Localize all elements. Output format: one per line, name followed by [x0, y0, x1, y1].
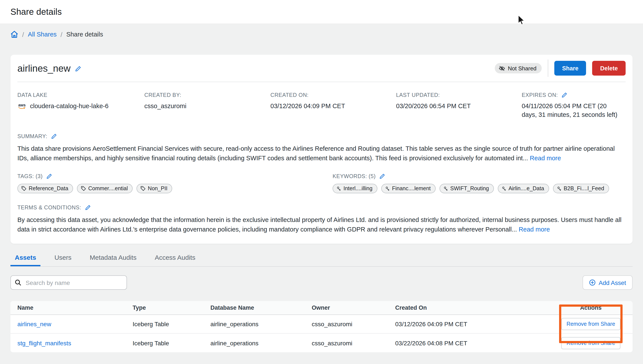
terms-section-label: TERMS & CONDITIONS:	[18, 204, 625, 211]
field-expires-on: EXPIRES ON: 04/11/2026 05:04 PM CET (20 …	[522, 92, 625, 119]
asset-type: Iceberg Table	[133, 320, 210, 328]
aws-logo-icon: aws	[18, 102, 27, 110]
tag-pill: Reference_Data	[18, 184, 73, 193]
column-header-owner: Owner	[312, 304, 395, 311]
table-header-row: Name Type Database Name Owner Created On…	[11, 301, 632, 315]
remove-from-share-button[interactable]: Remove from Share	[561, 337, 620, 349]
asset-created-on: 03/12/2026 04:09 PM CET	[395, 320, 556, 328]
tab-metadata-audits[interactable]: Metadata Audits	[85, 250, 141, 266]
breadcrumb-link-all-shares[interactable]: All Shares	[28, 31, 57, 38]
terms-read-more-link[interactable]: Read more	[519, 226, 550, 232]
search-input[interactable]	[11, 276, 127, 290]
search-icon	[15, 279, 21, 286]
column-header-created-on: Created On	[395, 304, 556, 311]
tag-icon	[81, 186, 86, 191]
key-icon	[443, 186, 448, 191]
card-header: airlines_new Not Shared Share Delete	[18, 55, 625, 82]
field-value: csso_aszuromi	[144, 102, 186, 110]
svg-text:aws: aws	[18, 103, 26, 107]
asset-type: Iceberg Table	[133, 340, 210, 346]
field-label: CREATED ON:	[270, 92, 396, 98]
remove-from-share-button[interactable]: Remove from Share	[561, 318, 620, 330]
column-header-database-name: Database Name	[210, 304, 312, 311]
divider	[548, 60, 548, 77]
tab-users[interactable]: Users	[50, 250, 76, 266]
tab-bar: Assets Users Metadata Audits Access Audi…	[11, 250, 632, 267]
asset-name-link[interactable]: airlines_new	[18, 320, 133, 328]
key-icon	[557, 186, 561, 191]
breadcrumb: / All Shares / Share details	[0, 24, 643, 55]
edit-tags-icon[interactable]	[46, 173, 52, 180]
plus-circle-icon	[589, 279, 596, 286]
keyword-pill: B2B_Fi....l_Feed	[553, 184, 609, 193]
add-asset-label: Add Asset	[599, 279, 626, 286]
delete-button[interactable]: Delete	[592, 61, 625, 76]
field-label: LAST UPDATED:	[396, 92, 522, 98]
field-data-lake: DATA LAKE aws cloudera-catalog-hue-lake-…	[18, 92, 144, 119]
eye-off-icon	[499, 65, 505, 72]
tag-pill: Commer....ential	[77, 184, 133, 193]
asset-database: airline_operations	[210, 340, 312, 346]
share-name: airlines_new	[18, 63, 71, 74]
terms-text: By accessing this data asset, you acknow…	[18, 216, 625, 234]
table-row: airlines_new Iceberg Table airline_opera…	[11, 315, 632, 334]
tag-icon	[140, 186, 146, 191]
tab-access-audits[interactable]: Access Audits	[150, 250, 200, 266]
field-value: cloudera-catalog-hue-lake-6	[30, 102, 109, 110]
field-label: CREATED BY:	[144, 92, 270, 98]
top-bar: Share details	[0, 0, 643, 24]
tags-section: TAGS: (3) Reference_Data Commer....entia…	[18, 173, 333, 193]
share-details-page: Share details / All Shares / Share detai…	[0, 0, 643, 364]
field-created-on: CREATED ON: 03/12/2026 04:09 PM CET	[270, 92, 396, 119]
keywords-section: KEYWORDS: (5) Interl....illing Financ...…	[333, 173, 625, 193]
assets-toolbar: Add Asset	[11, 276, 632, 290]
status-text: Not Shared	[508, 65, 536, 72]
tab-assets[interactable]: Assets	[11, 250, 41, 266]
edit-summary-icon[interactable]	[51, 133, 57, 140]
summary-read-more-link[interactable]: Read more	[530, 154, 561, 161]
assets-table: Name Type Database Name Owner Created On…	[11, 301, 632, 352]
tag-pill: Non_PII	[137, 184, 172, 193]
column-header-type: Type	[133, 304, 210, 311]
field-created-by: CREATED BY: csso_aszuromi	[144, 92, 270, 119]
breadcrumb-separator: /	[61, 30, 62, 38]
metadata-row: DATA LAKE aws cloudera-catalog-hue-lake-…	[18, 82, 625, 119]
status-badge: Not Shared	[495, 63, 542, 74]
add-asset-button[interactable]: Add Asset	[582, 276, 632, 290]
asset-owner: csso_aszuromi	[312, 340, 395, 346]
tag-icon	[21, 186, 27, 191]
keyword-pill: Financ....lement	[381, 184, 435, 193]
breadcrumb-separator: /	[22, 30, 24, 38]
summary-text: This data share provisions AeroSettlemen…	[18, 144, 625, 163]
edit-terms-icon[interactable]	[85, 204, 91, 211]
field-value: 03/20/2026 06:54 PM CET	[396, 102, 471, 110]
breadcrumb-current: Share details	[66, 31, 103, 38]
asset-created-on: 03/22/2026 04:08 PM CET	[395, 340, 556, 346]
keyword-pill: SWIFT_Routing	[439, 184, 494, 193]
edit-expires-icon[interactable]	[561, 92, 567, 98]
keyword-pill: Airlin....e_Data	[498, 184, 549, 193]
page-title: Share details	[11, 7, 62, 17]
field-label: DATA LAKE	[18, 92, 144, 98]
field-value: 04/11/2026 05:04 PM CET (20 days, 31 min…	[522, 102, 617, 118]
key-icon	[337, 186, 341, 191]
home-icon[interactable]	[11, 30, 18, 38]
share-details-card: airlines_new Not Shared Share Delete	[11, 55, 632, 244]
asset-database: airline_operations	[210, 320, 312, 328]
terms-label: TERMS & CONDITIONS:	[18, 204, 81, 211]
keyword-pill: Interl....illing	[333, 184, 377, 193]
share-button[interactable]: Share	[554, 61, 586, 76]
tags-label: TAGS: (3)	[18, 173, 43, 180]
keywords-label: KEYWORDS: (5)	[333, 173, 376, 180]
column-header-actions: Actions	[556, 304, 625, 311]
asset-name-link[interactable]: stg_flight_manifests	[18, 340, 133, 346]
field-label: EXPIRES ON:	[522, 92, 558, 98]
column-header-name: Name	[18, 304, 133, 311]
table-row: stg_flight_manifests Iceberg Table airli…	[11, 334, 632, 352]
edit-keywords-icon[interactable]	[379, 173, 385, 180]
summary-section-label: SUMMARY:	[18, 133, 625, 140]
key-icon	[385, 186, 390, 191]
tags-keywords-row: TAGS: (3) Reference_Data Commer....entia…	[18, 173, 625, 193]
summary-label: SUMMARY:	[18, 133, 47, 140]
edit-name-icon[interactable]	[75, 65, 82, 72]
